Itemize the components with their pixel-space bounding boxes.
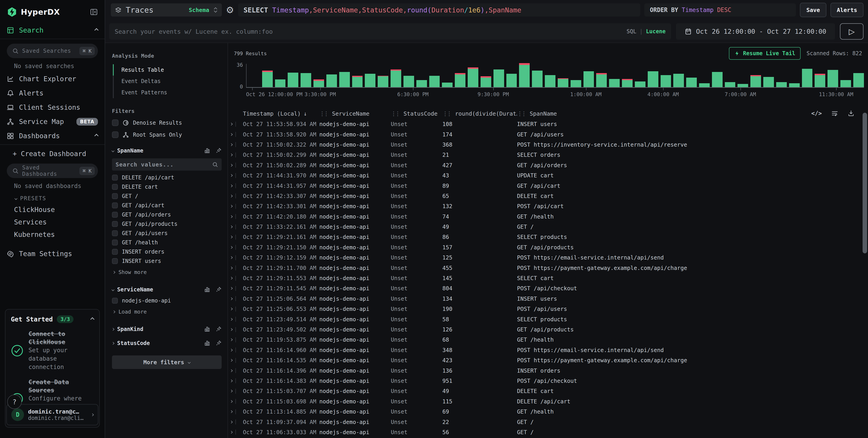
histogram-bar[interactable] [519, 63, 530, 87]
histogram-bar[interactable] [262, 70, 273, 87]
expand-row-icon[interactable] [230, 369, 233, 372]
table-row[interactable]: Oct 27 11:50:02.322 AM nodejs-demo-api U… [228, 140, 868, 150]
filter-value-row[interactable]: DELETE cart [112, 182, 222, 192]
drag-handle-icon[interactable]: ⋮⋮ [442, 110, 451, 117]
order-by-input[interactable]: ORDER BY Timestamp DESC [644, 3, 796, 17]
scrollbar-thumb[interactable] [863, 113, 867, 253]
expand-row-icon[interactable] [230, 143, 233, 146]
run-query-button[interactable]: ▷ [840, 23, 864, 39]
analysis-mode-event-deltas[interactable]: Event Deltas [113, 76, 222, 87]
sidebar-item-client-sessions[interactable]: Client Sessions [0, 100, 105, 115]
checkbox[interactable] [112, 221, 118, 227]
pin-icon[interactable] [216, 286, 222, 292]
table-row[interactable]: Oct 27 11:25:06.553 AM nodejs-demo-api U… [228, 304, 868, 314]
filter-group-spankind[interactable]: SpanKind [112, 326, 222, 332]
sidebar-item-search[interactable]: Search [0, 23, 105, 37]
expand-row-icon[interactable] [230, 236, 233, 239]
filter-value-row[interactable]: DELETE /api/cart [112, 173, 222, 182]
filter-value-row[interactable]: GET /api/users [112, 229, 222, 238]
sidebar-item-chart-explorer[interactable]: Chart Explorer [0, 72, 105, 86]
table-row[interactable]: Oct 27 11:15:03.707 AM nodejs-demo-api U… [228, 386, 868, 396]
checkbox[interactable] [112, 184, 118, 190]
histogram-bar[interactable] [853, 73, 864, 87]
expand-row-icon[interactable] [230, 431, 233, 434]
expand-row-icon[interactable] [230, 287, 233, 290]
checkbox[interactable] [112, 230, 118, 236]
table-row[interactable]: Oct 27 11:13:14.885 AM nodejs-demo-api U… [228, 407, 868, 417]
histogram-bar[interactable] [776, 82, 787, 87]
histogram-bar[interactable] [429, 76, 440, 87]
table-row[interactable]: Oct 27 11:23:49.502 AM nodejs-demo-api U… [228, 324, 868, 334]
table-row[interactable]: Oct 27 11:06:33.033 AM nodejs-demo-api U… [228, 427, 868, 437]
expand-row-icon[interactable] [230, 205, 233, 208]
histogram-bar[interactable] [442, 83, 453, 87]
chevron-up-icon[interactable] [90, 317, 94, 321]
filter-value-row[interactable]: GET /api/cart [112, 201, 222, 210]
filter-value-row[interactable]: GET /api/orders [112, 210, 222, 219]
table-row[interactable]: Oct 27 11:42:33.301 AM nodejs-demo-api U… [228, 201, 868, 211]
select-query-input[interactable]: SELECT Timestamp,ServiceName,StatusCode,… [238, 3, 641, 17]
expand-row-icon[interactable] [230, 164, 233, 167]
expand-row-icon[interactable] [230, 379, 233, 382]
table-row[interactable]: Oct 27 11:29:21.150 AM nodejs-demo-api U… [228, 242, 868, 253]
histogram-bar[interactable] [584, 71, 594, 87]
create-dashboard-button[interactable]: + Create Dashboard [0, 146, 105, 160]
checkbox[interactable] [112, 249, 118, 255]
expand-row-icon[interactable] [230, 215, 233, 218]
histogram-bar[interactable] [313, 80, 324, 87]
filter-value-row[interactable]: INSERT users [112, 256, 222, 266]
filter-value-row[interactable]: GET / [112, 192, 222, 201]
table-row[interactable]: Oct 27 11:53:58.934 AM nodejs-demo-api U… [228, 119, 868, 129]
bar-chart-icon[interactable] [204, 326, 210, 332]
histogram-bar[interactable] [506, 74, 517, 87]
histogram-bar[interactable] [648, 71, 658, 87]
pin-icon[interactable] [216, 340, 222, 346]
preset-clickhouse[interactable]: ClickHouse [0, 203, 105, 216]
drag-handle-icon[interactable]: ⋮⋮ [319, 110, 328, 117]
histogram-bar[interactable] [699, 83, 710, 87]
histogram-bar[interactable] [403, 76, 414, 87]
histogram-bar[interactable] [494, 69, 504, 87]
column-servicename[interactable]: ⋮⋮ServiceName [319, 110, 391, 117]
histogram-bar[interactable] [391, 69, 401, 87]
histogram-bar[interactable] [416, 80, 427, 87]
table-row[interactable]: Oct 27 11:42:20.180 AM nodejs-demo-api U… [228, 211, 868, 222]
filter-value-row[interactable]: INSERT orders [112, 247, 222, 256]
table-row[interactable]: Oct 27 11:25:06.564 AM nodejs-demo-api U… [228, 294, 868, 304]
histogram-bar[interactable] [532, 70, 542, 87]
sidebar-item-dashboards[interactable]: Dashboards [0, 129, 105, 143]
histogram-bar[interactable] [378, 76, 388, 87]
expand-row-icon[interactable] [230, 328, 233, 331]
expand-row-icon[interactable] [230, 308, 233, 311]
sidebar-item-alerts[interactable]: Alerts [0, 86, 105, 100]
histogram-bar[interactable] [468, 67, 478, 87]
expand-row-icon[interactable] [230, 195, 233, 198]
save-button[interactable]: Save [800, 3, 826, 17]
expand-row-icon[interactable] [230, 318, 233, 321]
table-row[interactable]: Oct 27 11:29:11.700 AM nodejs-demo-api U… [228, 263, 868, 273]
column-duration[interactable]: ⋮⋮round(divide(Durat… [442, 110, 517, 117]
table-row[interactable]: Oct 27 11:50:02.299 AM nodejs-demo-api U… [228, 150, 868, 160]
table-row[interactable]: Oct 27 11:29:21.161 AM nodejs-demo-api U… [228, 232, 868, 242]
drag-handle-icon[interactable]: ⋮⋮ [517, 110, 525, 117]
source-select[interactable]: Traces Schema [111, 3, 222, 17]
expand-row-icon[interactable] [230, 389, 233, 392]
histogram-bar[interactable] [455, 73, 465, 87]
source-settings-gear-icon[interactable]: ⚙ [226, 5, 234, 14]
histogram-bar[interactable] [725, 82, 736, 87]
histogram-bar[interactable] [609, 79, 620, 87]
table-row[interactable]: Oct 27 11:29:12.159 AM nodejs-demo-api U… [228, 253, 868, 263]
collapse-sidebar-icon[interactable] [90, 8, 98, 16]
histogram-bar[interactable] [815, 74, 825, 87]
checkbox[interactable] [112, 258, 118, 264]
get-started-item[interactable]: Connect to ClickHouse Set up your databa… [11, 330, 94, 371]
search-input[interactable] [115, 28, 622, 35]
bar-chart-icon[interactable] [204, 147, 210, 154]
table-row[interactable]: Oct 27 11:42:33.307 AM nodejs-demo-api U… [228, 191, 868, 201]
code-view-icon[interactable]: </> [811, 110, 822, 117]
user-profile[interactable]: D dominic.tran@c… dominic.tran@cli… [6, 404, 98, 425]
analysis-mode-results-table[interactable]: Results Table [113, 64, 222, 76]
histogram-bar[interactable] [301, 73, 311, 87]
drag-handle-icon[interactable]: ⋮⋮ [391, 110, 399, 117]
table-row[interactable]: Oct 27 11:16:14.396 AM nodejs-demo-api U… [228, 366, 868, 376]
